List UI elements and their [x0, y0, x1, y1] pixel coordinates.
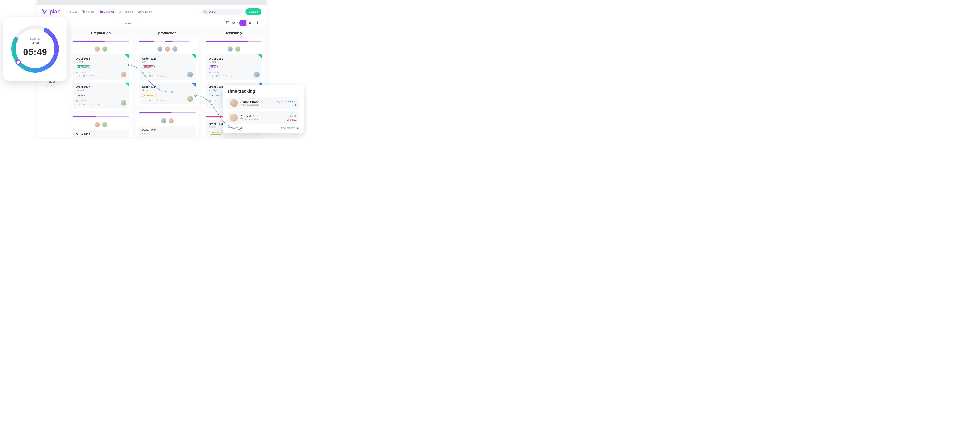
card-corner: [258, 54, 262, 59]
avatar: [227, 46, 233, 52]
progress-row: [139, 41, 196, 42]
avatar: [172, 46, 178, 52]
date-nav: Today: [117, 22, 138, 24]
estimate-label: Estimate: [23, 37, 47, 40]
people-icon: [248, 21, 252, 24]
chevron-right-icon[interactable]: [136, 22, 138, 24]
tracking-row[interactable]: Simon SpoonWork preparationJuly 25CONCEP…: [227, 97, 299, 109]
order-card[interactable]: Order 1034De WitCONTROL213 hours: [139, 83, 196, 105]
tracking-row[interactable]: Anna HofWork preparationJuly 2500:04:31: [227, 112, 299, 124]
chevron-left-icon[interactable]: [117, 22, 119, 24]
section-avatars: [205, 46, 262, 52]
visibility-button[interactable]: [232, 21, 235, 25]
calendar-small-icon: [76, 71, 78, 73]
card-title: Order 1039: [76, 133, 126, 136]
chat-icon: [216, 75, 218, 77]
calendar-small-icon: [142, 71, 145, 73]
expand-icon: [192, 8, 199, 15]
timer-center: Estimate 08:00 05:49 HHMM: [23, 37, 47, 61]
chat-icon: [149, 99, 151, 102]
svg-rect-16: [138, 12, 139, 13]
card-corner: [191, 54, 196, 59]
svg-rect-28: [209, 100, 211, 102]
progress-bar: [73, 116, 129, 118]
progress-bar: [165, 41, 190, 42]
card-avatar: [254, 72, 259, 77]
tab-list[interactable]: List: [68, 10, 76, 13]
today-label[interactable]: Today: [124, 22, 131, 24]
card-tag: URGENT: [142, 65, 154, 69]
card-date-row: 24 April: [76, 71, 126, 73]
tracking-sub: Work preparation: [240, 118, 284, 121]
tracking-badge: CONCEPT: [285, 100, 296, 103]
avatar: [230, 99, 238, 107]
card-title: Order 1021: [142, 129, 192, 132]
board-column: productionOrder 1029BosURGENT7 May252 ho…: [137, 27, 198, 137]
column-section: Order 1021VisserPRIO: [137, 110, 198, 137]
flag-icon: [156, 75, 159, 77]
progress-row: [73, 41, 129, 42]
backlog-button[interactable]: Backlog: [245, 8, 261, 15]
card-subtitle: De Wit: [76, 61, 126, 63]
puzzle-button[interactable]: [239, 20, 247, 26]
chat-icon: [83, 75, 85, 77]
right-pill-group: [239, 20, 261, 27]
column-title: Preparation: [70, 27, 132, 38]
card-subtitle: Visser: [142, 132, 192, 135]
filter-button[interactable]: [225, 21, 229, 25]
tracking-timer: 00:04:31: [286, 118, 296, 121]
time-tracking-widget: Time tracking Simon SpoonWork preparatio…: [223, 84, 304, 133]
more-icon: [256, 21, 259, 24]
tab-calendar[interactable]: Calendar: [100, 10, 114, 13]
day-name: TUESDAY: [46, 84, 58, 87]
tab-kanban[interactable]: Kanban: [82, 10, 95, 13]
avatar: [102, 122, 108, 127]
time-tracking-title: Time tracking: [227, 89, 299, 94]
expand-button[interactable]: [192, 8, 199, 15]
tab-timeline[interactable]: Timeline: [119, 10, 133, 13]
card-title: Order 1037: [76, 85, 126, 88]
logo-text: plan: [49, 8, 61, 15]
section-avatars: [73, 122, 129, 127]
column-section: Order 1034De WitAPPROVED24 April163 hour…: [70, 38, 132, 111]
card-stats: 162 hours: [209, 75, 259, 77]
timeline-icon: [119, 10, 122, 13]
upload-icon: [142, 75, 145, 77]
order-card[interactable]: Order 1039JansenURGENT: [73, 130, 129, 137]
tracking-date: July 25: [289, 115, 296, 118]
column-title: Assembly: [203, 27, 265, 38]
search-input[interactable]: [208, 10, 240, 13]
tracking-sub: Work preparation: [240, 104, 273, 106]
order-card[interactable]: Order 1034De WitAPPROVED24 April163 hour…: [73, 54, 129, 80]
estimate-time: 08:00: [23, 41, 47, 44]
card-title: Order 1031: [209, 57, 259, 60]
more-button[interactable]: [254, 20, 261, 26]
search-icon: [204, 10, 207, 13]
order-card[interactable]: Order 1031BakkerPRIO24 May162 hours: [205, 54, 262, 80]
svg-rect-0: [69, 10, 69, 11]
tracking-name: Anna Hof: [240, 115, 284, 118]
card-subtitle: Bos: [142, 61, 192, 63]
svg-rect-25: [76, 100, 78, 102]
card-stats: 163 hours: [76, 75, 126, 77]
card-title: Order 1034: [142, 85, 192, 88]
list-icon: [68, 10, 72, 13]
svg-rect-6: [82, 10, 84, 13]
tracking-hours: 5h: [276, 104, 296, 107]
card-corner: [191, 83, 196, 87]
flag-icon: [223, 75, 225, 77]
tab-analysis[interactable]: Analysis: [138, 10, 151, 13]
order-card[interactable]: Order 1021VisserPRIO: [139, 126, 196, 137]
toolbar-right: [225, 20, 261, 27]
people-button[interactable]: [247, 20, 254, 26]
section-avatars: [73, 46, 129, 52]
order-card[interactable]: Order 1037HofstedePRIO29 April132 hours: [73, 83, 129, 108]
search-box[interactable]: [202, 9, 243, 15]
calendar-icon: [100, 10, 103, 13]
column-section: Order 1039JansenURGENT: [70, 114, 132, 137]
logo: plan: [42, 8, 61, 15]
tracking-name: Simon Spoon: [240, 100, 273, 104]
card-tag: CONTROL: [209, 131, 223, 135]
card-tag: APPROVED: [76, 65, 91, 69]
order-card[interactable]: Order 1029BosURGENT7 May252 hours: [139, 54, 196, 80]
